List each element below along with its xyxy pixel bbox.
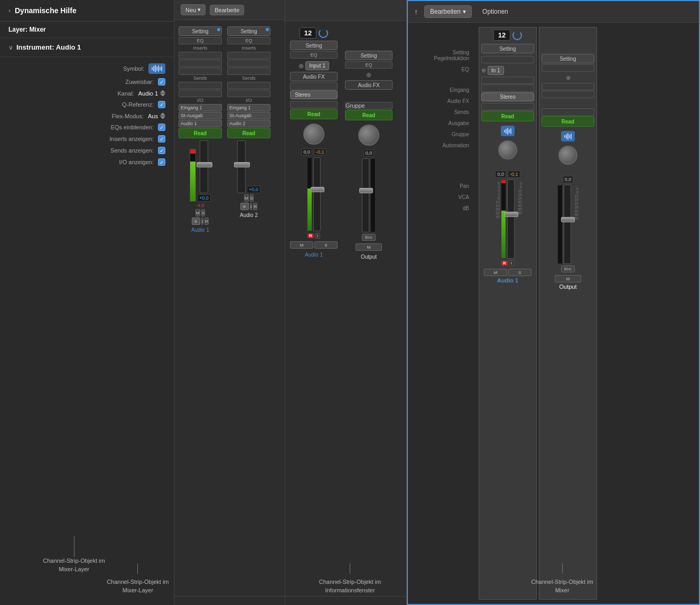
link-icon-audio2[interactable]: ⊕	[240, 203, 249, 210]
fader-track-audio2[interactable]	[237, 140, 246, 193]
right-mute-audio1[interactable]: M	[484, 269, 507, 276]
send-slot-a2-2[interactable]	[227, 90, 270, 97]
insert-slot-1[interactable]	[179, 52, 222, 59]
bnc-badge-output: Bnc	[362, 234, 376, 241]
info-solo-audio1[interactable]: S	[314, 241, 338, 249]
mixer-panel-caption	[174, 596, 285, 605]
right-mute-output[interactable]: M	[555, 275, 581, 282]
send-slot-1[interactable]	[179, 82, 222, 89]
bearbeiten-btn[interactable]: Bearbeiten ▾	[424, 5, 472, 18]
insert-slot-a2-1[interactable]	[227, 52, 270, 59]
eqs-einblenden-checkbox[interactable]: ✓	[158, 124, 165, 131]
right-audiofx-audio1[interactable]	[481, 77, 534, 84]
up-arrow-btn[interactable]: ↑	[414, 7, 418, 16]
sends-anzeigen-checkbox[interactable]: ✓	[158, 147, 165, 154]
info-read-audio1[interactable]: Read	[290, 109, 338, 119]
info-meter-left-audio1	[307, 157, 312, 231]
optionen-btn[interactable]: Optionen	[478, 6, 512, 17]
read-button-audio2[interactable]: Read	[227, 128, 270, 138]
bearbeite-button[interactable]: Bearbeite	[210, 5, 244, 15]
right-fader-handle-output[interactable]	[561, 217, 575, 222]
info-setting-output[interactable]: Setting	[345, 51, 393, 60]
right-read-output[interactable]: Read	[542, 116, 594, 127]
io-input-audio2[interactable]: Eingang 1	[227, 104, 270, 111]
eq-slot-audio2[interactable]: EQ	[227, 37, 270, 44]
info-volume-knob-audio1[interactable]	[303, 124, 324, 145]
bearbeiten-dropdown-icon: ▾	[463, 8, 466, 15]
io-output-audio1[interactable]: St-Ausgab	[179, 112, 222, 119]
right-setting-btn-audio1[interactable]: Setting	[481, 44, 534, 53]
zuweisbar-checkbox[interactable]: ✓	[158, 78, 165, 86]
right-fader-handle-audio1[interactable]	[505, 212, 518, 217]
info-sends-audio1[interactable]	[290, 82, 338, 90]
inserts-anzeigen-checkbox[interactable]: ✓	[158, 135, 165, 143]
info-setting-audio1[interactable]: Setting	[290, 41, 338, 50]
right-read-audio1[interactable]: Read	[481, 111, 534, 121]
right-fader-track-audio1[interactable]	[507, 179, 515, 259]
right-pan-knob-output[interactable]	[558, 146, 577, 165]
right-pan-knob-audio1[interactable]	[498, 140, 517, 159]
fader-track-audio1[interactable]	[200, 140, 208, 193]
info-fader-handle-output[interactable]	[359, 188, 373, 193]
io-input-audio1[interactable]: Eingang 1	[179, 104, 222, 111]
io-output-audio2[interactable]: St-Ausgab	[227, 112, 270, 119]
info-audiofx-output[interactable]: Audio FX	[345, 80, 393, 90]
insert-slot-a2-2[interactable]	[227, 60, 270, 67]
right-gruppe-output[interactable]	[542, 108, 594, 116]
q-referenz-checkbox[interactable]: ✓	[158, 101, 165, 108]
right-fader-track-output[interactable]	[564, 185, 571, 264]
kanal-down-arrow[interactable]	[160, 93, 165, 97]
info-gruppe-output[interactable]: Gruppe	[345, 102, 393, 109]
link-icon-audio1[interactable]: ⊕	[192, 218, 200, 225]
r-btn-audio2[interactable]: R	[253, 203, 257, 210]
info-fader-track-audio1[interactable]	[313, 157, 321, 231]
info-mute-output[interactable]: M	[356, 243, 382, 251]
info-audiofx-audio1[interactable]: Audio FX	[290, 72, 338, 81]
io-anzeigen-checkbox[interactable]: ✓	[158, 158, 165, 166]
right-ausgabe-audio1[interactable]: Stereo	[481, 92, 534, 101]
info-stereo-btn[interactable]: Stereo	[290, 90, 338, 99]
info-input-btn[interactable]: Input 1	[305, 61, 329, 70]
flex-down-arrow[interactable]	[160, 116, 165, 119]
right-eq-output[interactable]	[542, 64, 594, 72]
info-volume-knob-output[interactable]	[358, 125, 379, 146]
right-sends-audio1[interactable]	[481, 84, 534, 92]
i-btn-audio2[interactable]: I	[250, 203, 252, 210]
info-eq-audio1[interactable]: EQ	[290, 51, 338, 59]
setting-slot-audio1[interactable]: Setting	[179, 26, 222, 36]
kanal-stepper[interactable]	[160, 90, 165, 97]
info-fader-track-output[interactable]	[362, 158, 369, 232]
insert-slot-2[interactable]	[179, 60, 222, 67]
right-eq-audio1[interactable]	[481, 56, 534, 63]
info-gruppe-audio1[interactable]	[290, 101, 338, 108]
neu-button[interactable]: Neu ▾	[181, 4, 206, 15]
flex-up-arrow[interactable]	[160, 112, 165, 116]
right-gruppe-audio1[interactable]	[481, 103, 534, 110]
send-slot-a2-1[interactable]	[227, 82, 270, 89]
r-btn-audio1[interactable]: R	[204, 218, 209, 225]
insert-slot-a2-3[interactable]	[227, 68, 270, 75]
right-setting-output[interactable]: Setting	[542, 54, 594, 63]
right-audiofx-output[interactable]	[542, 83, 594, 90]
info-mute-audio1[interactable]: M	[290, 241, 313, 249]
read-button-audio1[interactable]: Read	[179, 128, 222, 138]
send-slot-2[interactable]	[179, 90, 222, 97]
fader-handle-audio2[interactable]	[234, 162, 250, 167]
kanal-up-arrow[interactable]	[160, 90, 165, 93]
mute-btn-audio1[interactable]: M	[195, 209, 200, 216]
solo-btn-audio1[interactable]: S	[201, 209, 205, 216]
fader-handle-audio1[interactable]	[197, 162, 212, 167]
flex-modus-stepper[interactable]	[160, 112, 165, 119]
right-sends-output[interactable]	[542, 91, 594, 98]
right-solo-audio1[interactable]: S	[508, 269, 531, 276]
eq-slot-audio1[interactable]: EQ	[179, 37, 222, 44]
right-in-btn-audio1[interactable]: In 1	[488, 66, 504, 75]
info-fader-handle-audio1[interactable]	[311, 187, 324, 192]
i-btn-audio1[interactable]: I	[201, 218, 203, 225]
insert-slot-3[interactable]	[179, 68, 222, 75]
info-eq-output[interactable]: EQ	[345, 61, 393, 69]
solo-btn-audio2[interactable]: S	[250, 194, 254, 202]
setting-slot-audio2[interactable]: Setting	[227, 26, 270, 36]
mute-btn-audio2[interactable]: M	[244, 194, 249, 202]
info-read-output[interactable]: Read	[345, 110, 393, 120]
